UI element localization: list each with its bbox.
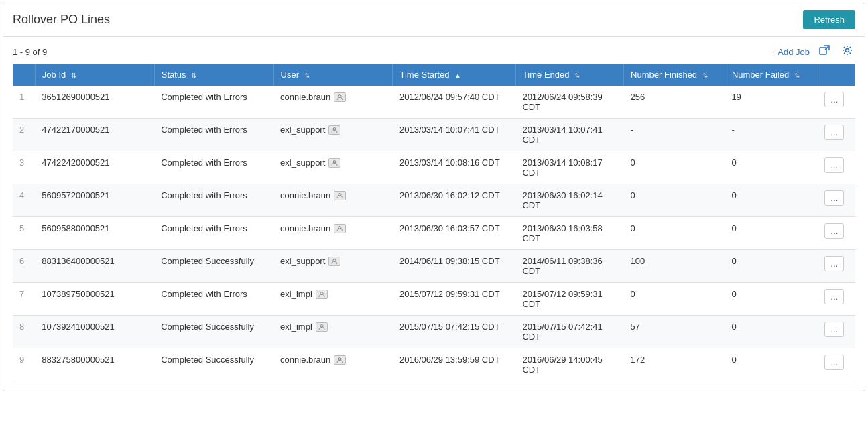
time-started-cell: 2013/03/14 10:07:41 CDT [393, 119, 515, 151]
job-id-cell: 107392410000521 [35, 316, 154, 348]
table-container: Job Id ⇅ Status ⇅ User ⇅ Time Started ▲ … [3, 64, 865, 391]
number-failed-cell: 0 [725, 184, 818, 217]
user-icon [334, 224, 346, 233]
number-finished-cell: 256 [624, 86, 725, 119]
col-header-user[interactable]: User ⇅ [273, 64, 393, 86]
row-action-button[interactable]: ... [824, 355, 844, 370]
number-finished-cell: 100 [624, 250, 725, 283]
row-num: 8 [13, 316, 35, 348]
col-header-status[interactable]: Status ⇅ [154, 64, 273, 86]
number-finished-cell: 0 [624, 184, 725, 217]
time-started-cell: 2016/06/29 13:59:59 CDT [393, 348, 515, 381]
svg-point-2 [846, 49, 849, 52]
row-action-button[interactable]: ... [824, 157, 844, 173]
status-cell: Completed Successfully [154, 348, 273, 381]
status-cell: Completed Successfully [154, 250, 273, 283]
number-finished-cell: 0 [624, 151, 725, 184]
row-num: 2 [13, 119, 35, 151]
actions-cell: ... [818, 217, 855, 250]
status-cell: Completed with Errors [154, 283, 273, 316]
number-failed-cell: 0 [725, 283, 818, 316]
actions-cell: ... [818, 119, 855, 151]
user-icon [334, 355, 346, 365]
user-cell: connie.braun [273, 217, 393, 250]
time-ended-cell: 2014/06/11 09:38:36 CDT [515, 250, 623, 283]
time-ended-cell: 2016/06/29 14:00:45 CDT [515, 348, 623, 381]
number-failed-cell: 0 [725, 348, 818, 381]
toolbar: 1 - 9 of 9 + Add Job [3, 37, 865, 64]
status-cell: Completed with Errors [154, 217, 273, 250]
time-ended-cell: 2015/07/15 07:42:41 CDT [515, 316, 623, 348]
row-num: 3 [13, 151, 35, 184]
time-started-cell: 2015/07/12 09:59:31 CDT [393, 283, 515, 316]
time-started-cell: 2012/06/24 09:57:40 CDT [393, 86, 515, 119]
status-cell: Completed with Errors [154, 119, 273, 151]
sort-icon-time-started: ▲ [454, 72, 461, 79]
col-header-rownum [13, 64, 35, 86]
row-action-button[interactable]: ... [824, 125, 844, 140]
row-num: 1 [13, 86, 35, 119]
col-header-time-started[interactable]: Time Started ▲ [393, 64, 515, 86]
sort-icon-job-id: ⇅ [71, 72, 76, 79]
refresh-button[interactable]: Refresh [803, 10, 855, 29]
table-row: 3 47422420000521 Completed with Errors e… [13, 151, 855, 184]
time-ended-cell: 2012/06/24 09:58:39 CDT [515, 86, 623, 119]
job-id-cell: 56095880000521 [35, 217, 154, 250]
sort-icon-number-finished: ⇅ [702, 72, 708, 79]
time-ended-cell: 2013/06/30 16:02:14 CDT [515, 184, 623, 217]
table-body: 1 36512690000521 Completed with Errors c… [13, 86, 855, 381]
time-started-cell: 2013/06/30 16:03:57 CDT [393, 217, 515, 250]
actions-cell: ... [818, 348, 855, 381]
sort-icon-number-failed: ⇅ [794, 72, 800, 79]
status-cell: Completed with Errors [154, 86, 273, 119]
table-row: 4 56095720000521 Completed with Errors c… [13, 184, 855, 217]
actions-cell: ... [818, 316, 855, 348]
user-icon [328, 158, 340, 168]
row-action-button[interactable]: ... [824, 92, 844, 107]
time-ended-cell: 2013/03/14 10:08:17 CDT [515, 151, 623, 184]
table-row: 1 36512690000521 Completed with Errors c… [13, 86, 855, 119]
row-action-button[interactable]: ... [824, 322, 844, 337]
number-failed-cell: - [725, 119, 818, 151]
row-action-button[interactable]: ... [824, 289, 844, 304]
actions-cell: ... [818, 283, 855, 316]
actions-cell: ... [818, 151, 855, 184]
number-failed-cell: 0 [725, 217, 818, 250]
page-wrapper: Rollover PO Lines Refresh 1 - 9 of 9 + A… [3, 3, 865, 391]
col-header-job-id[interactable]: Job Id ⇅ [35, 64, 154, 86]
table-row: 9 883275800000521 Completed Successfully… [13, 348, 855, 381]
settings-icon-button[interactable] [839, 44, 855, 60]
time-ended-cell: 2015/07/12 09:59:31 CDT [515, 283, 623, 316]
table-row: 8 107392410000521 Completed Successfully… [13, 316, 855, 348]
time-ended-cell: 2013/03/14 10:07:41 CDT [515, 119, 623, 151]
job-id-cell: 47422420000521 [35, 151, 154, 184]
user-cell: connie.braun [273, 348, 393, 381]
number-failed-cell: 0 [725, 316, 818, 348]
time-started-cell: 2014/06/11 09:38:15 CDT [393, 250, 515, 283]
col-header-number-finished[interactable]: Number Finished ⇅ [624, 64, 725, 86]
job-id-cell: 883136400000521 [35, 250, 154, 283]
jobs-table: Job Id ⇅ Status ⇅ User ⇅ Time Started ▲ … [13, 64, 855, 381]
status-cell: Completed with Errors [154, 151, 273, 184]
time-ended-cell: 2013/06/30 16:03:58 CDT [515, 217, 623, 250]
number-finished-cell: 0 [624, 217, 725, 250]
job-id-cell: 56095720000521 [35, 184, 154, 217]
external-link-icon-button[interactable] [816, 44, 832, 60]
number-failed-cell: 19 [725, 86, 818, 119]
col-header-number-failed[interactable]: Number Failed ⇅ [725, 64, 818, 86]
user-cell: connie.braun [273, 86, 393, 119]
job-id-cell: 47422170000521 [35, 119, 154, 151]
status-cell: Completed Successfully [154, 316, 273, 348]
user-icon [316, 290, 328, 299]
sort-icon-time-ended: ⇅ [574, 72, 580, 79]
user-cell: exl_impl [273, 283, 393, 316]
add-job-button[interactable]: + Add Job [771, 47, 810, 57]
row-action-button[interactable]: ... [824, 256, 844, 271]
row-num: 4 [13, 184, 35, 217]
row-action-button[interactable]: ... [824, 190, 844, 206]
job-id-cell: 107389750000521 [35, 283, 154, 316]
col-header-time-ended[interactable]: Time Ended ⇅ [515, 64, 623, 86]
row-action-button[interactable]: ... [824, 223, 844, 239]
row-num: 6 [13, 250, 35, 283]
number-finished-cell: 172 [624, 348, 725, 381]
